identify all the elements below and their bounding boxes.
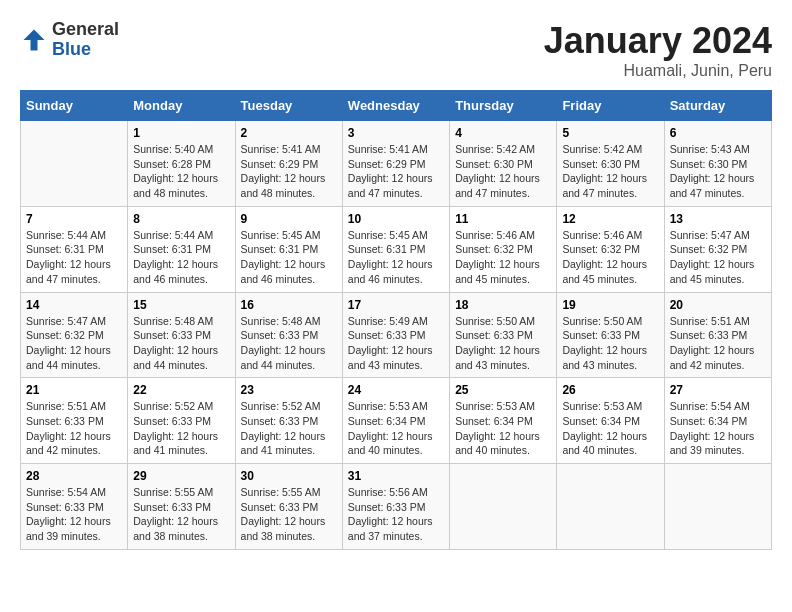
calendar-cell: 27Sunrise: 5:54 AMSunset: 6:34 PMDayligh…	[664, 378, 771, 464]
day-info: Sunrise: 5:45 AMSunset: 6:31 PMDaylight:…	[348, 228, 444, 287]
title-block: January 2024 Huamali, Junin, Peru	[544, 20, 772, 80]
day-info: Sunrise: 5:48 AMSunset: 6:33 PMDaylight:…	[133, 314, 229, 373]
day-number: 3	[348, 126, 444, 140]
day-info: Sunrise: 5:49 AMSunset: 6:33 PMDaylight:…	[348, 314, 444, 373]
calendar-cell: 10Sunrise: 5:45 AMSunset: 6:31 PMDayligh…	[342, 206, 449, 292]
day-info: Sunrise: 5:54 AMSunset: 6:34 PMDaylight:…	[670, 399, 766, 458]
calendar-cell: 8Sunrise: 5:44 AMSunset: 6:31 PMDaylight…	[128, 206, 235, 292]
day-number: 21	[26, 383, 122, 397]
day-number: 16	[241, 298, 337, 312]
day-info: Sunrise: 5:50 AMSunset: 6:33 PMDaylight:…	[455, 314, 551, 373]
day-number: 10	[348, 212, 444, 226]
calendar-cell: 7Sunrise: 5:44 AMSunset: 6:31 PMDaylight…	[21, 206, 128, 292]
day-info: Sunrise: 5:46 AMSunset: 6:32 PMDaylight:…	[455, 228, 551, 287]
day-number: 14	[26, 298, 122, 312]
logo-blue-text: Blue	[52, 39, 91, 59]
day-number: 18	[455, 298, 551, 312]
day-number: 12	[562, 212, 658, 226]
calendar-cell: 13Sunrise: 5:47 AMSunset: 6:32 PMDayligh…	[664, 206, 771, 292]
calendar-cell: 24Sunrise: 5:53 AMSunset: 6:34 PMDayligh…	[342, 378, 449, 464]
calendar-table: SundayMondayTuesdayWednesdayThursdayFrid…	[20, 90, 772, 550]
day-number: 7	[26, 212, 122, 226]
day-number: 22	[133, 383, 229, 397]
calendar-cell: 31Sunrise: 5:56 AMSunset: 6:33 PMDayligh…	[342, 464, 449, 550]
day-info: Sunrise: 5:56 AMSunset: 6:33 PMDaylight:…	[348, 485, 444, 544]
week-row-4: 28Sunrise: 5:54 AMSunset: 6:33 PMDayligh…	[21, 464, 772, 550]
day-number: 23	[241, 383, 337, 397]
day-number: 13	[670, 212, 766, 226]
header-wednesday: Wednesday	[342, 91, 449, 121]
calendar-cell: 11Sunrise: 5:46 AMSunset: 6:32 PMDayligh…	[450, 206, 557, 292]
logo-icon	[20, 26, 48, 54]
calendar-cell: 18Sunrise: 5:50 AMSunset: 6:33 PMDayligh…	[450, 292, 557, 378]
day-info: Sunrise: 5:52 AMSunset: 6:33 PMDaylight:…	[133, 399, 229, 458]
day-info: Sunrise: 5:50 AMSunset: 6:33 PMDaylight:…	[562, 314, 658, 373]
calendar-cell: 16Sunrise: 5:48 AMSunset: 6:33 PMDayligh…	[235, 292, 342, 378]
day-info: Sunrise: 5:47 AMSunset: 6:32 PMDaylight:…	[26, 314, 122, 373]
week-row-2: 14Sunrise: 5:47 AMSunset: 6:32 PMDayligh…	[21, 292, 772, 378]
day-number: 1	[133, 126, 229, 140]
week-row-1: 7Sunrise: 5:44 AMSunset: 6:31 PMDaylight…	[21, 206, 772, 292]
day-info: Sunrise: 5:45 AMSunset: 6:31 PMDaylight:…	[241, 228, 337, 287]
calendar-cell: 4Sunrise: 5:42 AMSunset: 6:30 PMDaylight…	[450, 121, 557, 207]
header-tuesday: Tuesday	[235, 91, 342, 121]
day-number: 26	[562, 383, 658, 397]
calendar-cell: 15Sunrise: 5:48 AMSunset: 6:33 PMDayligh…	[128, 292, 235, 378]
calendar-header-row: SundayMondayTuesdayWednesdayThursdayFrid…	[21, 91, 772, 121]
calendar-cell: 3Sunrise: 5:41 AMSunset: 6:29 PMDaylight…	[342, 121, 449, 207]
day-number: 5	[562, 126, 658, 140]
logo: General Blue	[20, 20, 119, 60]
week-row-3: 21Sunrise: 5:51 AMSunset: 6:33 PMDayligh…	[21, 378, 772, 464]
day-number: 25	[455, 383, 551, 397]
day-info: Sunrise: 5:46 AMSunset: 6:32 PMDaylight:…	[562, 228, 658, 287]
calendar-cell	[557, 464, 664, 550]
day-number: 30	[241, 469, 337, 483]
calendar-cell: 9Sunrise: 5:45 AMSunset: 6:31 PMDaylight…	[235, 206, 342, 292]
calendar-cell: 12Sunrise: 5:46 AMSunset: 6:32 PMDayligh…	[557, 206, 664, 292]
day-info: Sunrise: 5:53 AMSunset: 6:34 PMDaylight:…	[348, 399, 444, 458]
day-info: Sunrise: 5:53 AMSunset: 6:34 PMDaylight:…	[562, 399, 658, 458]
calendar-cell: 30Sunrise: 5:55 AMSunset: 6:33 PMDayligh…	[235, 464, 342, 550]
day-number: 27	[670, 383, 766, 397]
calendar-cell: 23Sunrise: 5:52 AMSunset: 6:33 PMDayligh…	[235, 378, 342, 464]
page-subtitle: Huamali, Junin, Peru	[544, 62, 772, 80]
day-number: 4	[455, 126, 551, 140]
calendar-cell: 5Sunrise: 5:42 AMSunset: 6:30 PMDaylight…	[557, 121, 664, 207]
calendar-cell	[664, 464, 771, 550]
day-info: Sunrise: 5:48 AMSunset: 6:33 PMDaylight:…	[241, 314, 337, 373]
calendar-cell: 21Sunrise: 5:51 AMSunset: 6:33 PMDayligh…	[21, 378, 128, 464]
calendar-cell: 17Sunrise: 5:49 AMSunset: 6:33 PMDayligh…	[342, 292, 449, 378]
day-info: Sunrise: 5:53 AMSunset: 6:34 PMDaylight:…	[455, 399, 551, 458]
day-number: 8	[133, 212, 229, 226]
day-number: 19	[562, 298, 658, 312]
day-info: Sunrise: 5:44 AMSunset: 6:31 PMDaylight:…	[133, 228, 229, 287]
calendar-cell: 1Sunrise: 5:40 AMSunset: 6:28 PMDaylight…	[128, 121, 235, 207]
day-info: Sunrise: 5:40 AMSunset: 6:28 PMDaylight:…	[133, 142, 229, 201]
day-info: Sunrise: 5:54 AMSunset: 6:33 PMDaylight:…	[26, 485, 122, 544]
calendar-cell: 28Sunrise: 5:54 AMSunset: 6:33 PMDayligh…	[21, 464, 128, 550]
day-number: 24	[348, 383, 444, 397]
day-number: 11	[455, 212, 551, 226]
calendar-cell: 25Sunrise: 5:53 AMSunset: 6:34 PMDayligh…	[450, 378, 557, 464]
svg-marker-0	[24, 29, 45, 50]
day-number: 6	[670, 126, 766, 140]
calendar-cell: 29Sunrise: 5:55 AMSunset: 6:33 PMDayligh…	[128, 464, 235, 550]
day-info: Sunrise: 5:51 AMSunset: 6:33 PMDaylight:…	[26, 399, 122, 458]
day-number: 17	[348, 298, 444, 312]
calendar-cell: 19Sunrise: 5:50 AMSunset: 6:33 PMDayligh…	[557, 292, 664, 378]
day-number: 2	[241, 126, 337, 140]
day-number: 28	[26, 469, 122, 483]
header-sunday: Sunday	[21, 91, 128, 121]
day-number: 20	[670, 298, 766, 312]
header-saturday: Saturday	[664, 91, 771, 121]
day-info: Sunrise: 5:55 AMSunset: 6:33 PMDaylight:…	[133, 485, 229, 544]
day-info: Sunrise: 5:42 AMSunset: 6:30 PMDaylight:…	[455, 142, 551, 201]
calendar-cell: 20Sunrise: 5:51 AMSunset: 6:33 PMDayligh…	[664, 292, 771, 378]
calendar-cell	[450, 464, 557, 550]
calendar-cell: 26Sunrise: 5:53 AMSunset: 6:34 PMDayligh…	[557, 378, 664, 464]
header-friday: Friday	[557, 91, 664, 121]
calendar-cell	[21, 121, 128, 207]
page-title: January 2024	[544, 20, 772, 62]
calendar-cell: 14Sunrise: 5:47 AMSunset: 6:32 PMDayligh…	[21, 292, 128, 378]
calendar-body: 1Sunrise: 5:40 AMSunset: 6:28 PMDaylight…	[21, 121, 772, 550]
